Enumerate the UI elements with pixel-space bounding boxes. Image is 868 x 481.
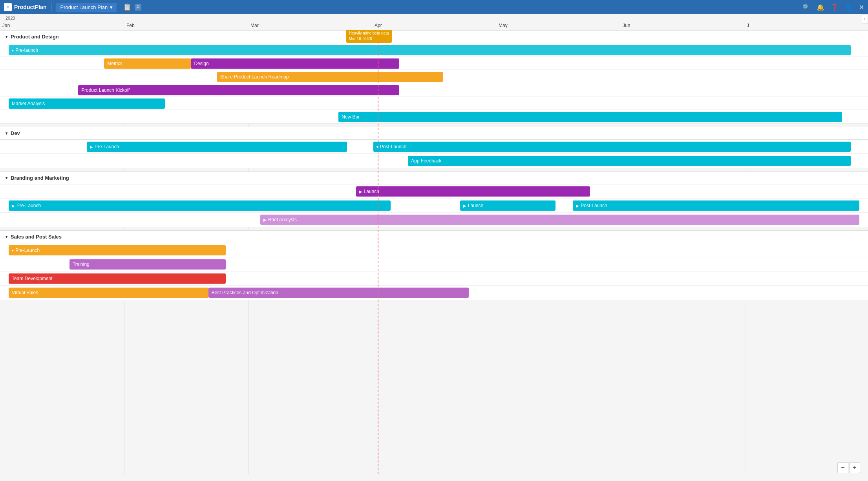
spacer-1 bbox=[0, 124, 868, 127]
logo-text: ProductPlan bbox=[14, 4, 46, 10]
prelaunch-pd-label: Pre-launch bbox=[15, 47, 38, 53]
bar-bm-pre-launch[interactable]: ▶ Pre-Launch bbox=[9, 200, 391, 211]
gantt-section-dev: ▶ Pre-Launch ▾ Post-Launch App Feedback bbox=[0, 140, 868, 168]
section-sps-label: Sales and Post Sales bbox=[11, 234, 62, 240]
bm-launch2-chevron: ▶ bbox=[463, 204, 466, 208]
year-label: 2020 bbox=[0, 16, 868, 20]
month-may: May bbox=[496, 21, 620, 30]
bm-post-chevron: ▶ bbox=[576, 204, 579, 208]
zoom-controls: − + bbox=[837, 462, 860, 473]
collapse-sps-icon[interactable]: ▾ bbox=[5, 235, 7, 239]
bar-brief-analysts[interactable]: ▶ Brief Analysts bbox=[260, 215, 859, 225]
today-tooltip: Heavily mine beta dataMar 18, 2020 bbox=[346, 30, 392, 43]
bar-bm-post-launch[interactable]: ▶ Post-Launch bbox=[573, 200, 859, 211]
bar-best-practices[interactable]: Best Practices and Optimization bbox=[208, 288, 469, 298]
row-pre-launch-pd: ▾ Pre-launch bbox=[0, 43, 868, 56]
spacer-3 bbox=[0, 227, 868, 230]
zoom-in-button[interactable]: + bbox=[849, 462, 860, 473]
header: ≡ ProductPlan Product Launch Plan ▾ 📋 P … bbox=[0, 0, 868, 14]
collapse-dev-icon[interactable]: ▾ bbox=[5, 131, 7, 135]
search-icon[interactable]: 🔍 bbox=[802, 4, 810, 11]
bar-kickoff[interactable]: Product Launch Kickoff bbox=[78, 85, 399, 95]
close-icon[interactable]: ✕ bbox=[859, 4, 864, 11]
bar-sps-pre-launch[interactable]: ▾ Pre-Launch bbox=[9, 245, 226, 255]
header-divider bbox=[51, 3, 51, 11]
user-icon[interactable]: 👤 bbox=[845, 4, 853, 11]
section-dev[interactable]: ▾ Dev bbox=[0, 127, 868, 140]
sps-pre-chevron: ▾ bbox=[12, 248, 14, 253]
row-training: Training bbox=[0, 257, 868, 271]
row-team-dev: Team Development bbox=[0, 271, 868, 286]
bm-launch-chevron: ▶ bbox=[359, 189, 362, 194]
help-icon[interactable]: ❓ bbox=[831, 4, 839, 11]
clipboard-icon[interactable]: 📋 bbox=[123, 3, 132, 11]
bar-virtual-sales[interactable]: Virtual Sales bbox=[9, 288, 208, 298]
month-mar: Mar bbox=[248, 21, 372, 30]
today-line: ▼ bbox=[378, 30, 378, 474]
month-jan: Jan bbox=[0, 21, 124, 30]
section-sales[interactable]: ▾ Sales and Post Sales bbox=[0, 230, 868, 243]
row-market-analysis: Market Analysis bbox=[0, 97, 868, 110]
notification-icon[interactable]: 🔔 bbox=[817, 4, 824, 11]
bar-dev-pre-launch[interactable]: ▶ Pre-Launch bbox=[87, 142, 347, 152]
row-new-bar: New Bar bbox=[0, 110, 868, 123]
gantt-section-pd: ▾ Pre-launch Metrics Design Share Produc… bbox=[0, 43, 868, 124]
row-brief-analysts: ▶ Brief Analysts bbox=[0, 213, 868, 227]
bar-market-analysis[interactable]: Market Analysis bbox=[9, 98, 165, 109]
bar-design[interactable]: Design bbox=[191, 58, 399, 69]
plan-button-label: Product Launch Plan bbox=[60, 4, 108, 10]
app-container: ≡ ProductPlan Product Launch Plan ▾ 📋 P … bbox=[0, 0, 868, 481]
collapse-pd-icon[interactable]: ▾ bbox=[5, 35, 7, 39]
header-icons: 🔍 🔔 ❓ 👤 ✕ bbox=[802, 4, 864, 11]
spacer-2 bbox=[0, 168, 868, 171]
doc-icons: 📋 P bbox=[123, 3, 141, 11]
bar-bm-launch[interactable]: ▶ Launch bbox=[356, 186, 590, 197]
section-dev-label: Dev bbox=[11, 130, 20, 136]
row-dev-groups: ▶ Pre-Launch ▾ Post-Launch bbox=[0, 140, 868, 154]
bar-training[interactable]: Training bbox=[69, 259, 226, 270]
month-jun: Jun bbox=[620, 21, 744, 30]
collapse-bm-icon[interactable]: ▾ bbox=[5, 176, 7, 180]
timeline-wrapper: 2020 Jan Feb Mar Apr May Jun J › bbox=[0, 14, 868, 481]
row-virtual-sales: Virtual Sales Best Practices and Optimiz… bbox=[0, 286, 868, 300]
month-jul: J bbox=[744, 21, 868, 30]
section-pd-label: Product and Design bbox=[11, 34, 59, 40]
zoom-out-button[interactable]: − bbox=[837, 462, 848, 473]
gantt-body: ▼ Heavily mine beta dataMar 18, 2020 ▾ P… bbox=[0, 30, 868, 474]
row-metrics-design: Metrics Design bbox=[0, 56, 868, 70]
row-share-roadmap: Share Product Launch Roadmap bbox=[0, 70, 868, 83]
section-branding[interactable]: ▾ Branding and Marketing bbox=[0, 171, 868, 184]
bar-metrics[interactable]: Metrics bbox=[104, 58, 191, 69]
logo-icon: ≡ bbox=[4, 3, 12, 11]
row-kickoff: Product Launch Kickoff bbox=[0, 83, 868, 97]
p-icon[interactable]: P bbox=[135, 4, 141, 11]
section-bm-label: Branding and Marketing bbox=[11, 175, 69, 181]
bar-dev-post-launch[interactable]: ▾ Post-Launch bbox=[373, 142, 851, 152]
row-sps-pre-launch: ▾ Pre-Launch bbox=[0, 243, 868, 257]
bm-pre-chevron: ▶ bbox=[12, 204, 15, 208]
month-feb: Feb bbox=[124, 21, 248, 30]
bar-team-dev[interactable]: Team Development bbox=[9, 273, 226, 284]
prelaunch-pd-chevron: ▾ bbox=[12, 48, 14, 53]
row-bm-groups: ▶ Pre-Launch ▶ Launch ▶ Post-Launch bbox=[0, 199, 868, 213]
month-apr: Apr bbox=[372, 21, 496, 30]
plan-button[interactable]: Product Launch Plan ▾ bbox=[56, 3, 117, 12]
row-bm-launch: ▶ Launch bbox=[0, 184, 868, 199]
plan-dropdown-arrow: ▾ bbox=[110, 4, 113, 10]
sidebar-toggle[interactable]: › bbox=[862, 14, 868, 24]
brief-chevron: ▶ bbox=[263, 218, 267, 222]
row-app-feedback: App Feedback bbox=[0, 154, 868, 168]
dev-pre-chevron: ▶ bbox=[90, 145, 93, 149]
section-product-design[interactable]: ▾ Product and Design bbox=[0, 30, 868, 43]
bar-bm-launch2[interactable]: ▶ Launch bbox=[460, 200, 556, 211]
bar-pre-launch-pd[interactable]: ▾ Pre-launch bbox=[9, 45, 851, 55]
logo: ≡ ProductPlan bbox=[4, 3, 46, 11]
timeline-header: 2020 Jan Feb Mar Apr May Jun J › bbox=[0, 14, 868, 30]
gantt-section-sps: ▾ Pre-Launch Training Team Development V… bbox=[0, 243, 868, 300]
bar-new-bar[interactable]: New Bar bbox=[338, 112, 842, 122]
bar-share-roadmap[interactable]: Share Product Launch Roadmap bbox=[217, 72, 443, 82]
gantt-section-bm: ▶ Launch ▶ Pre-Launch ▶ Launch ▶ bbox=[0, 184, 868, 227]
bar-app-feedback[interactable]: App Feedback bbox=[408, 156, 851, 166]
months-row: Jan Feb Mar Apr May Jun J bbox=[0, 21, 868, 30]
